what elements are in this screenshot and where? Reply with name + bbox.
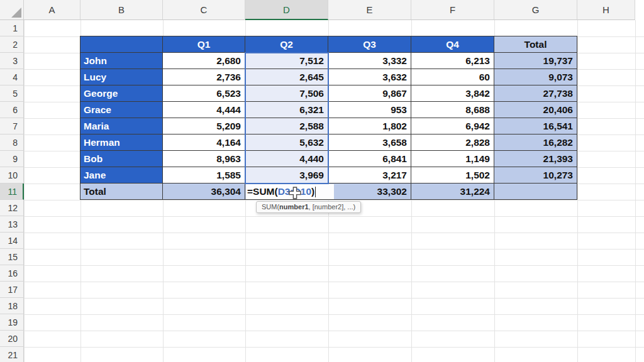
cell-C10[interactable]: 1,585 xyxy=(163,167,245,184)
gridline xyxy=(24,314,644,315)
cell-C4[interactable]: 2,736 xyxy=(163,69,245,85)
cell-G11[interactable] xyxy=(494,184,577,200)
column-header-F[interactable]: F xyxy=(411,0,494,20)
gridline xyxy=(24,282,644,282)
cell-B11[interactable]: Total xyxy=(80,184,163,200)
cell-G9[interactable]: 21,393 xyxy=(494,151,577,167)
tooltip-text: SUM( xyxy=(262,203,279,211)
cell-D6[interactable]: 6,321 xyxy=(245,102,328,118)
cell-E10[interactable]: 3,217 xyxy=(328,167,411,184)
column-header-C[interactable]: C xyxy=(163,0,245,20)
cell-B3[interactable]: John xyxy=(80,53,163,69)
row-header-1[interactable]: 1 xyxy=(0,20,24,36)
cell-F6[interactable]: 8,688 xyxy=(411,102,494,118)
cell-C6[interactable]: 4,444 xyxy=(163,102,245,118)
cell-D3[interactable]: 7,512 xyxy=(245,53,328,69)
cell-F2[interactable]: Q4 xyxy=(411,36,494,53)
cell-B9[interactable]: Bob xyxy=(80,151,163,167)
formula-editor[interactable]: =SUM(D3:D10) xyxy=(246,184,334,199)
cell-F7[interactable]: 6,942 xyxy=(411,118,494,134)
cell-D7[interactable]: 2,588 xyxy=(245,118,328,134)
row-header-15[interactable]: 15 xyxy=(0,249,24,265)
cell-E5[interactable]: 9,867 xyxy=(328,85,411,102)
cell-E8[interactable]: 3,658 xyxy=(328,134,411,151)
cell-G6[interactable]: 20,406 xyxy=(494,102,577,118)
row-header-19[interactable]: 19 xyxy=(0,314,24,331)
row-header-14[interactable]: 14 xyxy=(0,233,24,249)
column-header-G[interactable]: G xyxy=(494,0,577,20)
cell-G4[interactable]: 9,073 xyxy=(494,69,577,85)
cell-C9[interactable]: 8,963 xyxy=(163,151,245,167)
cell-D2[interactable]: Q2 xyxy=(245,36,328,53)
cell-D5[interactable]: 7,506 xyxy=(245,85,328,102)
cell-F5[interactable]: 3,842 xyxy=(411,85,494,102)
cell-B2[interactable] xyxy=(80,36,163,53)
cell-D8[interactable]: 5,632 xyxy=(245,134,328,151)
formula-prefix: =SUM( xyxy=(247,186,278,197)
column-header-B[interactable]: B xyxy=(80,0,163,20)
cell-D9[interactable]: 4,440 xyxy=(245,151,328,167)
cell-D10[interactable]: 3,969 xyxy=(245,167,328,184)
cell-G10[interactable]: 10,273 xyxy=(494,167,577,184)
cell-C11[interactable]: 36,304 xyxy=(163,184,245,200)
cell-G8[interactable]: 16,282 xyxy=(494,134,577,151)
row-header-13[interactable]: 13 xyxy=(0,216,24,233)
row-header-10[interactable]: 10 xyxy=(0,167,24,184)
column-header-E[interactable]: E xyxy=(328,0,411,20)
row-header-8[interactable]: 8 xyxy=(0,134,24,151)
cell-F11[interactable]: 31,224 xyxy=(411,184,494,200)
cell-C3[interactable]: 2,680 xyxy=(163,53,245,69)
gridline xyxy=(24,265,644,266)
cell-E6[interactable]: 953 xyxy=(328,102,411,118)
cell-B8[interactable]: Herman xyxy=(80,134,163,151)
row-header-17[interactable]: 17 xyxy=(0,282,24,298)
row-header-2[interactable]: 2 xyxy=(0,36,24,53)
row-header-11[interactable]: 11 xyxy=(0,184,24,200)
gridline xyxy=(24,20,25,362)
column-header-D[interactable]: D xyxy=(245,0,328,20)
cell-E2[interactable]: Q3 xyxy=(328,36,411,53)
function-tooltip: SUM(number1, [number2], ...) xyxy=(256,201,361,213)
cell-D4[interactable]: 2,645 xyxy=(245,69,328,85)
cell-E4[interactable]: 3,632 xyxy=(328,69,411,85)
cell-F9[interactable]: 1,149 xyxy=(411,151,494,167)
cell-F10[interactable]: 1,502 xyxy=(411,167,494,184)
row-header-12[interactable]: 12 xyxy=(0,200,24,216)
row-header-3[interactable]: 3 xyxy=(0,53,24,69)
row-header-6[interactable]: 6 xyxy=(0,102,24,118)
cell-G7[interactable]: 16,541 xyxy=(494,118,577,134)
row-header-21[interactable]: 21 xyxy=(0,347,24,362)
cell-B4[interactable]: Lucy xyxy=(80,69,163,85)
row-header-18[interactable]: 18 xyxy=(0,298,24,314)
row-header-20[interactable]: 20 xyxy=(0,331,24,347)
cell-C8[interactable]: 4,164 xyxy=(163,134,245,151)
row-header-16[interactable]: 16 xyxy=(0,265,24,282)
cell-B5[interactable]: George xyxy=(80,85,163,102)
row-header-7[interactable]: 7 xyxy=(0,118,24,134)
column-header-H[interactable]: H xyxy=(577,0,635,20)
cell-C7[interactable]: 5,209 xyxy=(163,118,245,134)
cell-E3[interactable]: 3,332 xyxy=(328,53,411,69)
cell-E7[interactable]: 1,802 xyxy=(328,118,411,134)
cell-G2[interactable]: Total xyxy=(494,36,577,53)
cell-E9[interactable]: 6,841 xyxy=(328,151,411,167)
cell-F4[interactable]: 60 xyxy=(411,69,494,85)
cell-C2[interactable]: Q1 xyxy=(163,36,245,53)
cell-B7[interactable]: Maria xyxy=(80,118,163,134)
cell-C5[interactable]: 6,523 xyxy=(163,85,245,102)
cell-F3[interactable]: 6,213 xyxy=(411,53,494,69)
cell-E11[interactable]: 33,302 xyxy=(328,184,411,200)
gridline xyxy=(577,20,578,362)
formula-suffix: ) xyxy=(311,186,314,197)
cell-G5[interactable]: 27,738 xyxy=(494,85,577,102)
column-header-A[interactable]: A xyxy=(24,0,80,20)
cell-F8[interactable]: 2,828 xyxy=(411,134,494,151)
cell-B6[interactable]: Grace xyxy=(80,102,163,118)
row-header-4[interactable]: 4 xyxy=(0,69,24,85)
cell-B10[interactable]: Jane xyxy=(80,167,163,184)
select-all-corner[interactable] xyxy=(0,0,24,20)
tooltip-text: , [number2], ...) xyxy=(309,203,356,211)
cell-G3[interactable]: 19,737 xyxy=(494,53,577,69)
row-header-9[interactable]: 9 xyxy=(0,151,24,167)
row-header-5[interactable]: 5 xyxy=(0,85,24,102)
